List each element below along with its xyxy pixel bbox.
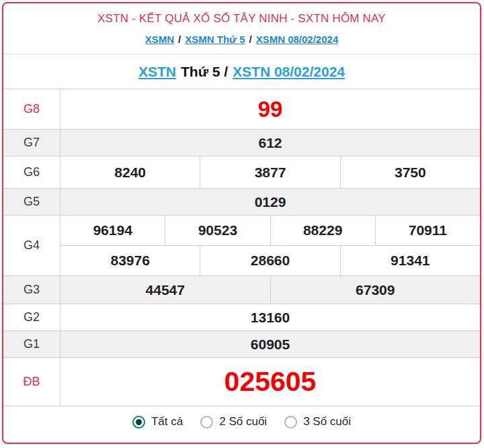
lottery-result-card: XSTN - KẾT QUẢ XỔ SỐ TÂY NINH - SXTN HÔM… xyxy=(2,2,481,444)
display-filter: Tất cả 2 Số cuối 3 Số cuối xyxy=(3,406,480,437)
breadcrumb-link-xsmn-thu5[interactable]: XSMN Thứ 5 xyxy=(185,34,245,45)
prize-label-g6: G6 xyxy=(3,156,61,188)
header: XSTN - KẾT QUẢ XỔ SỐ TÂY NINH - SXTN HÔM… xyxy=(3,3,480,54)
radio-option-last3[interactable]: 3 Số cuối xyxy=(284,415,351,429)
table-row-g8: G8 99 xyxy=(3,89,480,129)
table-row-g4: G4 96194 90523 88229 70911 83976 28660 9… xyxy=(3,215,480,275)
prize-value: 99 xyxy=(61,89,480,129)
subheader: XSTN Thứ 5 / XSTN 08/02/2024 xyxy=(3,54,480,89)
radio-label: 3 Số cuối xyxy=(303,415,351,429)
prize-label-g8: G8 xyxy=(3,89,61,129)
prize-value: 88229 xyxy=(270,216,375,245)
prize-value: 612 xyxy=(61,130,480,156)
subheader-day-text: Thứ 5 / xyxy=(181,64,228,80)
prize-value: 60905 xyxy=(61,331,480,357)
prize-value: 90523 xyxy=(165,216,270,245)
prize-value: 70911 xyxy=(375,216,480,245)
subheader-link-xstn-date[interactable]: XSTN 08/02/2024 xyxy=(233,64,345,80)
table-row-g2: G2 13160 xyxy=(3,304,480,330)
prize-label-g4: G4 xyxy=(3,216,61,275)
radio-checked-icon[interactable] xyxy=(132,416,145,429)
page-title: XSTN - KẾT QUẢ XỔ SỐ TÂY NINH - SXTN HÔM… xyxy=(3,12,480,26)
prize-label-g1: G1 xyxy=(3,331,61,357)
table-row-g6: G6 8240 3877 3750 xyxy=(3,156,480,188)
prize-value: 3750 xyxy=(340,156,480,188)
prize-value: 91341 xyxy=(340,246,480,275)
radio-unchecked-icon[interactable] xyxy=(284,416,297,429)
breadcrumb-link-xsmn-date[interactable]: XSMN 08/02/2024 xyxy=(256,34,339,45)
prize-value: 13160 xyxy=(61,304,480,330)
prize-value: 96194 xyxy=(61,216,165,245)
table-row-g5: G5 0129 xyxy=(3,188,480,215)
radio-unchecked-icon[interactable] xyxy=(200,416,213,429)
prize-label-g2: G2 xyxy=(3,304,61,330)
breadcrumb-separator: / xyxy=(249,34,251,45)
table-row-g7: G7 612 xyxy=(3,129,480,156)
table-row-g1: G1 60905 xyxy=(3,330,480,357)
prize-label-g7: G7 xyxy=(3,130,61,156)
prize-value: 44547 xyxy=(61,276,270,304)
prize-value: 3877 xyxy=(200,156,339,188)
prize-value: 28660 xyxy=(200,246,339,275)
radio-label: Tất cả xyxy=(151,415,183,429)
prize-value: 8240 xyxy=(61,156,200,188)
radio-option-all[interactable]: Tất cả xyxy=(132,415,183,429)
prize-value: 83976 xyxy=(61,246,200,275)
breadcrumb-separator: / xyxy=(178,34,181,45)
prize-label-g3: G3 xyxy=(3,276,61,304)
table-row-g3: G3 44547 67309 xyxy=(3,275,480,304)
prize-label-db: ĐB xyxy=(3,358,61,406)
prize-value: 67309 xyxy=(270,276,481,304)
table-row-db: ĐB 025605 xyxy=(3,357,480,406)
breadcrumb-link-xsmn[interactable]: XSMN xyxy=(145,34,174,45)
subheader-link-xstn[interactable]: XSTN xyxy=(138,64,176,80)
prize-value: 0129 xyxy=(61,189,480,215)
radio-option-last2[interactable]: 2 Số cuối xyxy=(200,415,267,429)
breadcrumb: XSMN/XSMN Thứ 5/XSMN 08/02/2024 xyxy=(3,34,480,45)
radio-label: 2 Số cuối xyxy=(219,415,267,429)
results-table: G8 99 G7 612 G6 8240 3877 3750 G5 0129 xyxy=(3,89,480,406)
prize-value-jackpot: 025605 xyxy=(61,358,480,406)
prize-label-g5: G5 xyxy=(3,189,61,215)
